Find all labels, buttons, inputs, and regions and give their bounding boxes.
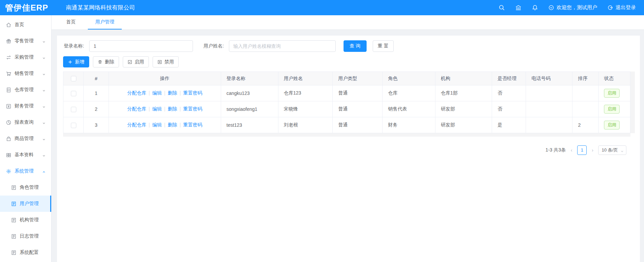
delete-button[interactable]: 删除	[93, 56, 119, 67]
app-logo[interactable]: 管伊佳ERP	[5, 2, 48, 13]
tab-label: 用户管理	[95, 19, 114, 25]
sidebar-item-label: 仓库管理	[15, 87, 34, 93]
bell-icon[interactable]	[532, 4, 538, 11]
sidebar-item-users[interactable]: 用户管理	[0, 196, 51, 212]
search-icon[interactable]	[499, 4, 505, 11]
user-name-label: 用户姓名:	[203, 43, 224, 49]
select-all-checkbox[interactable]	[71, 76, 76, 81]
sidebar-item-label: 零售管理	[15, 38, 34, 44]
edit-link[interactable]: 编辑	[152, 106, 162, 112]
divider: |	[180, 106, 181, 112]
sidebar-item-label: 商品管理	[15, 136, 34, 142]
divider: |	[164, 122, 165, 127]
doc-icon	[11, 250, 17, 256]
add-button[interactable]: 新增	[63, 56, 89, 67]
tab-user-management[interactable]: 用户管理	[88, 15, 122, 29]
sidebar-item-finance[interactable]: 财务管理	[0, 98, 51, 114]
row-checkbox[interactable]	[71, 91, 76, 96]
divider: |	[164, 90, 165, 96]
sidebar-item-purchase[interactable]: 采购管理	[0, 49, 51, 65]
divider: |	[149, 122, 150, 127]
cell-sort	[572, 101, 599, 117]
row-actions: 分配仓库|编辑|删除|重置密码	[109, 117, 221, 133]
user-menu[interactable]: 欢迎您，测试用户	[548, 4, 597, 11]
row-actions: 分配仓库|编辑|删除|重置密码	[109, 85, 221, 101]
table-row: 3 分配仓库|编辑|删除|重置密码 test123 刘老根 普通 财务 研发部	[63, 117, 630, 133]
content-area: 首页 用户管理 登录名称: 用户姓名: 查 询 重 置	[52, 15, 644, 262]
status-badge[interactable]: 启用	[604, 121, 620, 129]
tab-home[interactable]: 首页	[59, 15, 83, 29]
col-phone: 电话号码	[526, 72, 572, 85]
chevron-down-icon	[42, 88, 46, 92]
assign-warehouse-link[interactable]: 分配仓库	[127, 122, 146, 127]
bank-icon[interactable]	[515, 4, 522, 11]
assign-warehouse-link[interactable]: 分配仓库	[127, 90, 146, 96]
logout-button[interactable]: 退出登录	[607, 4, 636, 11]
vertical-scrollbar[interactable]	[630, 72, 635, 133]
cell-login: test123	[221, 117, 278, 133]
assign-warehouse-link[interactable]: 分配仓库	[127, 106, 146, 112]
delete-link[interactable]: 删除	[168, 122, 177, 127]
horizontal-scrollbar[interactable]	[63, 133, 630, 137]
reset-password-link[interactable]: 重置密码	[183, 106, 202, 112]
user-table-wrap: # 操作 登录名称 用户姓名 用户类型 角色 机构 是否经理 电话号码 排序	[63, 72, 635, 137]
reset-button[interactable]: 重 置	[373, 40, 394, 52]
sidebar-item-roles[interactable]: 角色管理	[0, 179, 51, 196]
chevron-down-icon	[42, 137, 46, 141]
cell-org: 研发部	[435, 117, 492, 133]
check-square-icon	[128, 60, 132, 64]
sidebar-item-logs[interactable]: 日志管理	[0, 228, 51, 244]
page-size-select[interactable]: 10 条/页	[598, 145, 626, 155]
sidebar-item-label: 用户管理	[20, 201, 39, 207]
trash-icon	[98, 60, 102, 64]
login-name-input[interactable]	[89, 40, 193, 52]
enable-button-label: 启用	[135, 59, 144, 65]
chevron-up-icon	[42, 169, 46, 173]
sidebar-item-warehouse[interactable]: 仓库管理	[0, 82, 51, 98]
sidebar-item-system[interactable]: 系统管理	[0, 163, 51, 179]
chevron-down-icon	[42, 121, 46, 124]
reset-password-link[interactable]: 重置密码	[183, 122, 202, 127]
disable-button[interactable]: 禁用	[153, 56, 179, 67]
sidebar-item-label: 系统管理	[15, 168, 34, 174]
prev-page-icon[interactable]: ‹	[569, 147, 574, 153]
tab-bar: 首页 用户管理	[52, 15, 644, 30]
page-number[interactable]: 1	[577, 145, 587, 155]
sidebar-item-basic-data[interactable]: 基本资料	[0, 147, 51, 163]
sidebar-item-reports[interactable]: 报表查询	[0, 114, 51, 130]
sidebar-item-label: 角色管理	[20, 184, 39, 190]
delete-button-label: 删除	[105, 59, 114, 65]
cell-org: 研发部	[435, 101, 492, 117]
edit-link[interactable]: 编辑	[152, 90, 162, 96]
top-header: 管伊佳ERP 南通某某网络科技有限公司 欢迎您，测试用户	[0, 0, 644, 15]
next-page-icon[interactable]: ›	[590, 147, 595, 153]
user-name-input[interactable]	[229, 40, 336, 52]
reset-password-link[interactable]: 重置密码	[183, 90, 202, 96]
user-circle-icon	[548, 5, 554, 11]
row-checkbox[interactable]	[71, 123, 76, 128]
sidebar-item-home[interactable]: 首页	[0, 17, 51, 33]
row-checkbox[interactable]	[71, 107, 76, 112]
status-badge[interactable]: 启用	[604, 89, 620, 98]
cell-manager: 否	[492, 101, 526, 117]
delete-link[interactable]: 删除	[168, 90, 177, 96]
query-button[interactable]: 查 询	[344, 40, 367, 52]
topbar-actions: 欢迎您，测试用户 退出登录	[499, 4, 636, 11]
status-badge[interactable]: 启用	[604, 105, 620, 114]
cell-sort	[572, 85, 599, 101]
sidebar-item-products[interactable]: 商品管理	[0, 130, 51, 147]
cell-phone	[526, 85, 572, 101]
cell-sort: 2	[572, 117, 599, 133]
sidebar-item-label: 日志管理	[20, 233, 39, 239]
sidebar-item-retail[interactable]: 零售管理	[0, 33, 51, 49]
delete-link[interactable]: 删除	[168, 106, 177, 112]
enable-button[interactable]: 启用	[123, 56, 149, 67]
sidebar-item-config[interactable]: 系统配置	[0, 244, 51, 261]
retail-icon	[6, 38, 12, 44]
edit-link[interactable]: 编辑	[152, 122, 162, 127]
row-index: 2	[84, 101, 109, 117]
chevron-down-icon	[42, 56, 46, 59]
sidebar-item-sales[interactable]: 销售管理	[0, 65, 51, 82]
doc-icon	[11, 185, 17, 190]
sidebar-item-orgs[interactable]: 机构管理	[0, 212, 51, 228]
